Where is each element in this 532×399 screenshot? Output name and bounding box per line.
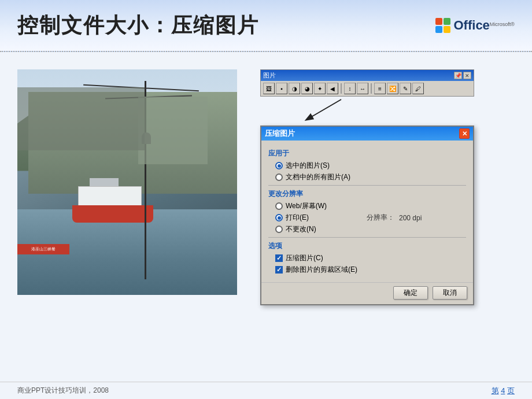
compress-img-row: 压缩图片(C) bbox=[275, 253, 466, 263]
toolbar-btn-8[interactable]: ↔ bbox=[357, 83, 368, 94]
print-radio[interactable] bbox=[275, 214, 283, 221]
boat-cabin bbox=[90, 178, 119, 187]
boat-body bbox=[72, 205, 153, 223]
right-panel: 图片 📌 ✕ 🖼 ▪ ◑ ◕ ✦ ◀ ↕ ↔ ≡ 🔀 ✎ 🖊 bbox=[260, 69, 515, 305]
delete-crop-checkbox[interactable] bbox=[275, 266, 283, 274]
print-radio-group: 打印(E) bbox=[275, 213, 309, 223]
compress-title: 压缩图片 bbox=[265, 128, 295, 139]
toolbar-btn-10[interactable]: 🔀 bbox=[387, 83, 398, 94]
compress-dialog: 压缩图片 ✕ 应用于 选中的图片(S) 文档中的所有图片(A) 更改分辨率 bbox=[260, 125, 474, 305]
boat-upper bbox=[78, 186, 142, 206]
no-change-label: 不更改(N) bbox=[286, 224, 316, 234]
delete-crop-label: 删除图片的剪裁区域(E) bbox=[286, 265, 357, 275]
all-img-radio[interactable] bbox=[275, 173, 283, 181]
print-row: 打印(E) 分辨率： 200 dpi bbox=[275, 213, 466, 223]
arrow-area bbox=[295, 97, 515, 123]
no-change-radio[interactable] bbox=[275, 226, 283, 233]
print-label: 打印(E) bbox=[286, 213, 309, 223]
toolbar-pin-btn[interactable]: 📌 bbox=[454, 72, 462, 79]
dpi-display: 分辨率： 200 dpi bbox=[367, 213, 422, 223]
toolbar-title: 图片 bbox=[263, 71, 276, 80]
buildings-left bbox=[17, 87, 145, 150]
footer: 商业PPT设计技巧培训，2008 第 4 页 bbox=[0, 382, 532, 399]
all-img-label: 文档中的所有图片(A) bbox=[286, 172, 350, 182]
toolbar-btn-2[interactable]: ▪ bbox=[276, 83, 287, 94]
ok-button[interactable]: 确定 bbox=[393, 286, 428, 300]
toolbar-btn-9[interactable]: ≡ bbox=[374, 83, 386, 94]
resolution-label: 分辨率： bbox=[367, 213, 394, 223]
resolution-value: 200 dpi bbox=[399, 214, 422, 222]
main-content: 港巫山三峡餐 图片 📌 ✕ 🖼 ▪ ◑ ◕ ✦ ◀ bbox=[0, 52, 532, 311]
apply-to-label: 应用于 bbox=[268, 149, 466, 158]
cancel-button[interactable]: 取消 bbox=[433, 286, 467, 300]
toolbar-btn-6[interactable]: ◀ bbox=[327, 83, 338, 94]
arrow-svg bbox=[295, 97, 364, 123]
no-change-row: 不更改(N) bbox=[275, 224, 466, 234]
toolbar-title-buttons: 📌 ✕ bbox=[454, 72, 471, 79]
toolbar-separator-1 bbox=[341, 83, 342, 94]
selected-img-radio[interactable] bbox=[275, 162, 283, 169]
web-screen-row: Web/屏幕(W) bbox=[275, 201, 466, 211]
compress-titlebar: 压缩图片 ✕ bbox=[261, 127, 473, 141]
selected-img-label: 选中的图片(S) bbox=[286, 161, 330, 171]
buildings-right bbox=[138, 97, 208, 164]
toolbar-btn-11[interactable]: ✎ bbox=[400, 83, 411, 94]
svg-line-0 bbox=[306, 99, 341, 120]
page-title: 控制文件大小：压缩图片 bbox=[17, 12, 259, 40]
footer-page-num: 4 bbox=[501, 386, 505, 395]
divider-1 bbox=[268, 185, 466, 186]
office-label: OfficeMicrosoft® bbox=[454, 18, 515, 33]
divider-2 bbox=[268, 237, 466, 238]
web-screen-radio[interactable] bbox=[275, 202, 283, 210]
photo-banner: 港巫山三峡餐 bbox=[17, 244, 69, 254]
header: 控制文件大小：压缩图片 OfficeMicrosoft® bbox=[0, 0, 532, 52]
toolbar-content: 🖼 ▪ ◑ ◕ ✦ ◀ ↕ ↔ ≡ 🔀 ✎ 🖊 bbox=[261, 81, 474, 96]
footer-page-suffix: 页 bbox=[507, 386, 515, 395]
web-screen-label: Web/屏幕(W) bbox=[286, 201, 327, 211]
toolbar-btn-12[interactable]: 🖊 bbox=[412, 83, 424, 94]
picture-toolbar-dialog: 图片 📌 ✕ 🖼 ▪ ◑ ◕ ✦ ◀ ↕ ↔ ≡ 🔀 ✎ 🖊 bbox=[260, 69, 474, 97]
toolbar-btn-3[interactable]: ◑ bbox=[289, 83, 300, 94]
photo-banner-text: 港巫山三峡餐 bbox=[31, 246, 56, 252]
office-logo: OfficeMicrosoft® bbox=[435, 18, 515, 33]
footer-page-prefix: 第 bbox=[492, 386, 499, 395]
toolbar-separator-2 bbox=[371, 83, 372, 94]
dialog-footer: 确定 取消 bbox=[261, 282, 473, 304]
toolbar-btn-7[interactable]: ↕ bbox=[344, 83, 356, 94]
footer-left: 商业PPT设计技巧培训，2008 bbox=[17, 386, 109, 396]
footer-right: 第 4 页 bbox=[492, 386, 515, 396]
selected-img-row: 选中的图片(S) bbox=[275, 161, 466, 171]
boat bbox=[72, 182, 153, 223]
compress-close-btn[interactable]: ✕ bbox=[459, 128, 470, 139]
options-label: 选项 bbox=[268, 241, 466, 251]
photo-image: 港巫山三峡餐 bbox=[17, 69, 237, 295]
delete-crop-row: 删除图片的剪裁区域(E) bbox=[275, 265, 466, 275]
toolbar-btn-4[interactable]: ◕ bbox=[301, 83, 313, 94]
compress-img-label: 压缩图片(C) bbox=[286, 253, 323, 263]
toolbar-btn-5[interactable]: ✦ bbox=[314, 83, 326, 94]
photo-area: 港巫山三峡餐 bbox=[17, 69, 237, 295]
toolbar-close-btn[interactable]: ✕ bbox=[463, 72, 471, 79]
compress-img-checkbox[interactable] bbox=[275, 254, 283, 262]
all-img-row: 文档中的所有图片(A) bbox=[275, 172, 466, 182]
compress-body: 应用于 选中的图片(S) 文档中的所有图片(A) 更改分辨率 Web/屏幕(W) bbox=[261, 141, 473, 282]
change-dpi-label: 更改分辨率 bbox=[268, 189, 466, 199]
toolbar-titlebar: 图片 📌 ✕ bbox=[261, 70, 474, 81]
toolbar-btn-1[interactable]: 🖼 bbox=[263, 83, 275, 94]
office-icon bbox=[435, 18, 450, 33]
